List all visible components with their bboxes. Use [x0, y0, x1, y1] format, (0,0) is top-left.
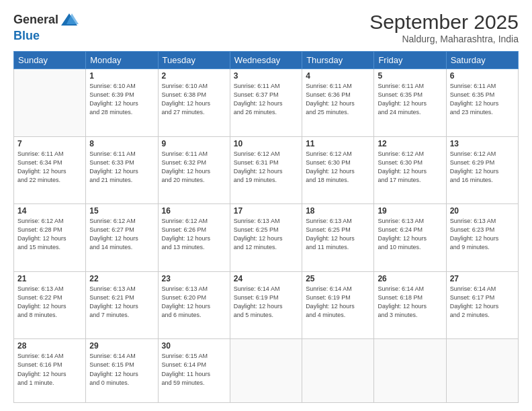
day-info: Sunrise: 6:12 AM Sunset: 6:29 PM Dayligh…: [450, 150, 515, 185]
day-info: Sunrise: 6:15 AM Sunset: 6:14 PM Dayligh…: [162, 352, 226, 387]
page: General Blue September 2025 Naldurg, Mah…: [0, 0, 532, 411]
day-info: Sunrise: 6:13 AM Sunset: 6:20 PM Dayligh…: [162, 285, 226, 320]
week-row-2: 7Sunrise: 6:11 AM Sunset: 6:34 PM Daylig…: [14, 136, 519, 204]
day-info: Sunrise: 6:12 AM Sunset: 6:27 PM Dayligh…: [89, 217, 154, 252]
day-cell: 11Sunrise: 6:12 AM Sunset: 6:30 PM Dayli…: [302, 136, 374, 204]
week-row-4: 21Sunrise: 6:13 AM Sunset: 6:22 PM Dayli…: [14, 271, 519, 339]
col-header-thursday: Thursday: [302, 52, 374, 69]
day-cell: [230, 339, 302, 403]
day-number: 26: [378, 274, 442, 283]
calendar-header-row: SundayMondayTuesdayWednesdayThursdayFrid…: [14, 52, 519, 69]
day-cell: 9Sunrise: 6:11 AM Sunset: 6:32 PM Daylig…: [158, 136, 230, 204]
day-cell: 24Sunrise: 6:14 AM Sunset: 6:19 PM Dayli…: [230, 271, 302, 339]
col-header-saturday: Saturday: [446, 52, 518, 69]
day-info: Sunrise: 6:12 AM Sunset: 6:31 PM Dayligh…: [234, 150, 298, 185]
day-number: 7: [17, 139, 82, 148]
day-number: 4: [306, 71, 370, 81]
day-number: 13: [450, 139, 515, 148]
col-header-tuesday: Tuesday: [158, 52, 230, 69]
day-info: Sunrise: 6:11 AM Sunset: 6:32 PM Dayligh…: [162, 150, 226, 185]
day-info: Sunrise: 6:12 AM Sunset: 6:30 PM Dayligh…: [306, 150, 370, 185]
day-info: Sunrise: 6:14 AM Sunset: 6:17 PM Dayligh…: [450, 285, 515, 320]
day-info: Sunrise: 6:13 AM Sunset: 6:22 PM Dayligh…: [17, 285, 82, 320]
day-info: Sunrise: 6:11 AM Sunset: 6:36 PM Dayligh…: [306, 82, 370, 117]
day-info: Sunrise: 6:12 AM Sunset: 6:26 PM Dayligh…: [162, 217, 226, 252]
day-info: Sunrise: 6:10 AM Sunset: 6:39 PM Dayligh…: [89, 82, 154, 117]
day-number: 1: [89, 71, 154, 81]
day-cell: [14, 69, 86, 137]
day-cell: 17Sunrise: 6:13 AM Sunset: 6:25 PM Dayli…: [230, 204, 302, 272]
day-cell: [302, 339, 374, 403]
day-number: 5: [378, 71, 442, 81]
day-cell: 6Sunrise: 6:11 AM Sunset: 6:35 PM Daylig…: [446, 69, 518, 137]
day-cell: 27Sunrise: 6:14 AM Sunset: 6:17 PM Dayli…: [446, 271, 518, 339]
day-cell: [446, 339, 518, 403]
day-info: Sunrise: 6:11 AM Sunset: 6:33 PM Dayligh…: [89, 150, 154, 185]
col-header-wednesday: Wednesday: [230, 52, 302, 69]
day-cell: 5Sunrise: 6:11 AM Sunset: 6:35 PM Daylig…: [374, 69, 446, 137]
day-cell: 8Sunrise: 6:11 AM Sunset: 6:33 PM Daylig…: [86, 136, 158, 204]
day-info: Sunrise: 6:13 AM Sunset: 6:23 PM Dayligh…: [450, 217, 515, 252]
day-cell: 22Sunrise: 6:13 AM Sunset: 6:21 PM Dayli…: [86, 271, 158, 339]
day-number: 19: [378, 206, 442, 216]
day-info: Sunrise: 6:13 AM Sunset: 6:25 PM Dayligh…: [234, 217, 298, 252]
day-number: 16: [162, 206, 226, 216]
day-info: Sunrise: 6:14 AM Sunset: 6:19 PM Dayligh…: [234, 285, 298, 320]
day-info: Sunrise: 6:11 AM Sunset: 6:35 PM Dayligh…: [450, 82, 515, 117]
location-title: Naldurg, Maharashtra, India: [369, 34, 519, 44]
day-info: Sunrise: 6:12 AM Sunset: 6:30 PM Dayligh…: [378, 150, 442, 185]
day-cell: 7Sunrise: 6:11 AM Sunset: 6:34 PM Daylig…: [14, 136, 86, 204]
day-cell: 13Sunrise: 6:12 AM Sunset: 6:29 PM Dayli…: [446, 136, 518, 204]
day-cell: 12Sunrise: 6:12 AM Sunset: 6:30 PM Dayli…: [374, 136, 446, 204]
week-row-1: 1Sunrise: 6:10 AM Sunset: 6:39 PM Daylig…: [14, 69, 519, 137]
day-info: Sunrise: 6:11 AM Sunset: 6:34 PM Dayligh…: [17, 150, 82, 185]
day-cell: 28Sunrise: 6:14 AM Sunset: 6:16 PM Dayli…: [14, 339, 86, 403]
day-number: 11: [306, 139, 370, 148]
day-info: Sunrise: 6:14 AM Sunset: 6:16 PM Dayligh…: [17, 352, 82, 387]
day-number: 8: [89, 139, 154, 148]
day-number: 15: [89, 206, 154, 216]
day-cell: 14Sunrise: 6:12 AM Sunset: 6:28 PM Dayli…: [14, 204, 86, 272]
day-number: 14: [17, 206, 82, 216]
day-number: 6: [450, 71, 515, 81]
day-cell: 10Sunrise: 6:12 AM Sunset: 6:31 PM Dayli…: [230, 136, 302, 204]
day-number: 10: [234, 139, 298, 148]
calendar-table: SundayMondayTuesdayWednesdayThursdayFrid…: [13, 51, 519, 403]
day-cell: 20Sunrise: 6:13 AM Sunset: 6:23 PM Dayli…: [446, 204, 518, 272]
day-info: Sunrise: 6:13 AM Sunset: 6:21 PM Dayligh…: [89, 285, 154, 320]
logo: General Blue: [13, 11, 79, 43]
header: General Blue September 2025 Naldurg, Mah…: [13, 11, 519, 44]
logo-blue: Blue: [13, 29, 40, 42]
logo-general: General: [13, 13, 58, 27]
day-cell: 25Sunrise: 6:14 AM Sunset: 6:19 PM Dayli…: [302, 271, 374, 339]
month-title: September 2025: [369, 11, 519, 34]
day-cell: 3Sunrise: 6:11 AM Sunset: 6:37 PM Daylig…: [230, 69, 302, 137]
day-cell: 19Sunrise: 6:13 AM Sunset: 6:24 PM Dayli…: [374, 204, 446, 272]
day-number: 27: [450, 274, 515, 283]
day-number: 30: [162, 341, 226, 351]
day-cell: 29Sunrise: 6:14 AM Sunset: 6:15 PM Dayli…: [86, 339, 158, 403]
day-number: 17: [234, 206, 298, 216]
day-cell: 4Sunrise: 6:11 AM Sunset: 6:36 PM Daylig…: [302, 69, 374, 137]
day-info: Sunrise: 6:11 AM Sunset: 6:37 PM Dayligh…: [234, 82, 298, 117]
logo-icon: [60, 11, 79, 30]
day-info: Sunrise: 6:11 AM Sunset: 6:35 PM Dayligh…: [378, 82, 442, 117]
day-number: 3: [234, 71, 298, 81]
day-cell: 30Sunrise: 6:15 AM Sunset: 6:14 PM Dayli…: [158, 339, 230, 403]
day-number: 12: [378, 139, 442, 148]
day-number: 25: [306, 274, 370, 283]
day-number: 2: [162, 71, 226, 81]
day-number: 9: [162, 139, 226, 148]
day-info: Sunrise: 6:13 AM Sunset: 6:24 PM Dayligh…: [378, 217, 442, 252]
day-number: 18: [306, 206, 370, 216]
day-info: Sunrise: 6:14 AM Sunset: 6:19 PM Dayligh…: [306, 285, 370, 320]
day-info: Sunrise: 6:14 AM Sunset: 6:15 PM Dayligh…: [89, 352, 154, 387]
day-number: 28: [17, 341, 82, 351]
day-number: 21: [17, 274, 82, 283]
col-header-monday: Monday: [86, 52, 158, 69]
day-cell: 16Sunrise: 6:12 AM Sunset: 6:26 PM Dayli…: [158, 204, 230, 272]
day-cell: [374, 339, 446, 403]
day-cell: 21Sunrise: 6:13 AM Sunset: 6:22 PM Dayli…: [14, 271, 86, 339]
day-cell: 2Sunrise: 6:10 AM Sunset: 6:38 PM Daylig…: [158, 69, 230, 137]
day-number: 24: [234, 274, 298, 283]
